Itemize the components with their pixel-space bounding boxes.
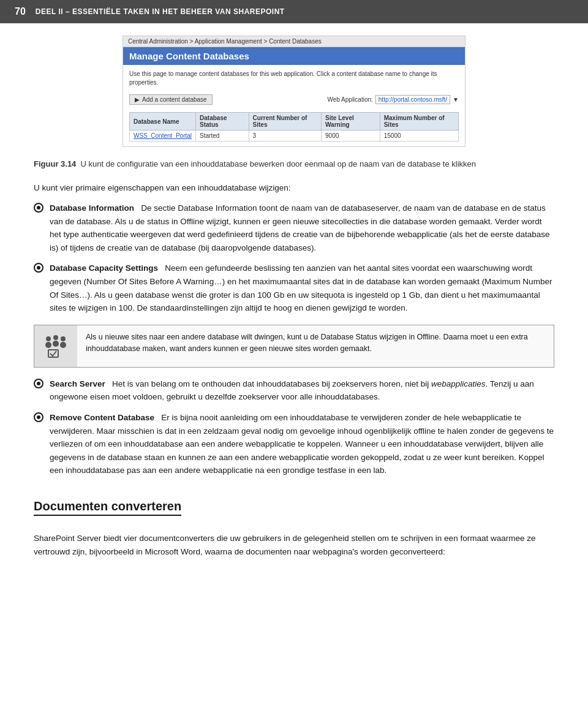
section-intro-text: SharePoint Server biedt vier documentcon… — [34, 532, 554, 558]
bullet-icon-remove-content-db — [34, 412, 43, 422]
web-app-url[interactable]: http://portal.contoso.msft/ — [375, 95, 450, 104]
remove-content-db-label: Remove Content Database — [50, 413, 154, 422]
note-icon — [42, 333, 69, 360]
bullet-item-database-capacity: Database Capacity Settings Neem een gefu… — [34, 262, 554, 314]
database-information-label: Database Information — [50, 203, 134, 213]
add-button-label: Add a content database — [142, 96, 207, 103]
page-number: 70 — [15, 6, 26, 17]
screenshot-box: Central Administration > Application Man… — [123, 36, 466, 147]
table-cell[interactable]: WSS_Content_Portal — [130, 130, 196, 142]
bullet-text-search-server: Search Server Het is van belang om te on… — [50, 377, 554, 404]
database-capacity-label: Database Capacity Settings — [50, 263, 158, 273]
svg-point-5 — [60, 342, 66, 348]
table-cell: 15000 — [380, 130, 458, 142]
intro-text: U kunt vier primaire eigenschappen van e… — [34, 181, 554, 195]
bullet-text-database-capacity: Database Capacity Settings Neem een gefu… — [50, 262, 554, 314]
search-server-text-part: Het is van belang om te onthouden dat in… — [50, 379, 534, 402]
screenshot-breadcrumb: Central Administration > Application Man… — [123, 36, 465, 47]
table-cell: 9000 — [322, 130, 380, 142]
col-header-max-sites: Maximum Number of Sites — [380, 113, 458, 130]
remove-content-db-text: Er is bijna nooit aanleiding om een inho… — [50, 413, 554, 475]
bullet-dot — [37, 206, 40, 210]
bullet-icon-database-information — [34, 203, 43, 213]
svg-point-0 — [46, 336, 51, 341]
add-icon: ▶ — [135, 96, 140, 103]
search-server-label: Search Server — [50, 379, 105, 388]
web-app-selector: Web Application: http://portal.contoso.m… — [328, 95, 459, 104]
bullet-dot-4 — [37, 415, 40, 419]
page-header: 70 DEEL II – ESSENTIËLE TAKEN IN HET BEH… — [0, 0, 588, 23]
bullet-icon-search-server — [34, 379, 43, 388]
table-cell: Started — [196, 130, 249, 142]
databases-table: Database Name Database Status Current Nu… — [129, 112, 459, 142]
section-heading-container: Documenten converteren — [34, 485, 554, 523]
note-text: Als u nieuwe sites naar een andere datab… — [77, 325, 554, 361]
screenshot-toolbar: ▶ Add a content database Web Application… — [129, 92, 459, 107]
col-header-site-warning: Site Level Warning — [322, 113, 380, 130]
bullet-dot-2 — [37, 266, 40, 270]
bullet-item-database-information: Database Information De sectie Database … — [34, 202, 554, 254]
screenshot-title: Manage Content Databases — [123, 47, 465, 65]
svg-point-2 — [53, 335, 58, 340]
add-content-database-button[interactable]: ▶ Add a content database — [129, 94, 213, 105]
screenshot-body: Use this page to manage content database… — [123, 65, 465, 146]
web-app-label: Web Application: — [328, 96, 373, 103]
bullet-text-database-information: Database Information De sectie Database … — [50, 202, 554, 254]
bullet-text-remove-content-db: Remove Content Database Er is bijna nooi… — [50, 411, 554, 477]
header-title: DEEL II – ESSENTIËLE TAKEN IN HET BEHEER… — [36, 7, 285, 16]
svg-point-3 — [53, 341, 59, 347]
bullet-dot-3 — [37, 382, 40, 385]
note-icon-area — [34, 325, 77, 367]
svg-point-4 — [61, 336, 66, 341]
web-app-dropdown-icon[interactable]: ▼ — [453, 96, 459, 103]
bullet-item-remove-content-db: Remove Content Database Er is bijna nooi… — [34, 411, 554, 477]
figure-label: Figuur 3.14 — [34, 159, 76, 168]
bullet-icon-database-capacity — [34, 263, 43, 273]
note-box: Als u nieuwe sites naar een andere datab… — [34, 325, 554, 368]
svg-point-1 — [45, 342, 51, 348]
col-header-current-sites: Current Number of Sites — [249, 113, 321, 130]
figure-caption: Figuur 3.14 U kunt de configuratie van e… — [34, 158, 554, 170]
col-header-status: Database Status — [196, 113, 249, 130]
screenshot-description: Use this page to manage content database… — [129, 70, 459, 87]
table-row: WSS_Content_PortalStarted3900015000 — [130, 130, 459, 142]
bullet-item-search-server: Search Server Het is van belang om te on… — [34, 377, 554, 404]
main-content: Central Administration > Application Man… — [0, 23, 588, 584]
section-heading-documenten-converteren: Documenten converteren — [34, 499, 181, 516]
table-cell: 3 — [249, 130, 321, 142]
col-header-dbname: Database Name — [130, 113, 196, 130]
